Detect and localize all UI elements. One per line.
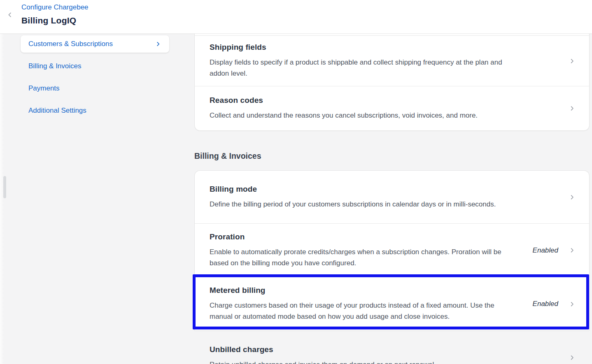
- setting-description: Define the billing period of your custom…: [210, 199, 513, 210]
- billing-invoices-card: Billing mode Define the billing period o…: [194, 170, 590, 330]
- sidebar-item-billing-invoices[interactable]: Billing & Invoices: [21, 58, 169, 75]
- setting-description: Charge customers based on their usage of…: [210, 300, 513, 322]
- setting-title: Proration: [210, 232, 513, 241]
- sidebar-item-label: Payments: [28, 84, 60, 93]
- chevron-right-icon: [569, 301, 575, 307]
- settings-sidebar: Customers & Subscriptions Billing & Invo…: [21, 35, 169, 124]
- page-title: Billing LogIQ: [21, 16, 76, 26]
- sidebar-item-payments[interactable]: Payments: [21, 80, 169, 97]
- sidebar-item-additional-settings[interactable]: Additional Settings: [21, 102, 169, 119]
- setting-row-reason-codes[interactable]: Reason codes Collect and understand the …: [195, 86, 589, 130]
- sidebar-item-label: Additional Settings: [28, 107, 86, 115]
- left-edge-strip: [0, 34, 4, 364]
- scrollbar-thumb[interactable]: [3, 176, 6, 198]
- setting-description: Collect and understand the reasons you c…: [210, 110, 513, 121]
- setting-title: Reason codes: [210, 96, 513, 105]
- setting-description: Retain unbilled charges and invoice them…: [210, 359, 513, 364]
- setting-row-proration[interactable]: Proration Enable to automatically prorat…: [195, 223, 589, 277]
- chevron-left-icon: [7, 12, 13, 18]
- sidebar-item-label: Customers & Subscriptions: [28, 40, 113, 48]
- setting-title: Metered billing: [210, 286, 513, 295]
- chevron-right-icon: [569, 105, 575, 111]
- back-button[interactable]: [4, 9, 16, 21]
- sidebar-item-customers-subscriptions[interactable]: Customers & Subscriptions: [21, 35, 169, 53]
- page-header: Configure Chargebee Billing LogIQ: [0, 0, 592, 34]
- setting-title: Unbilled charges: [210, 345, 513, 354]
- chevron-right-icon: [569, 247, 575, 253]
- chevron-right-icon: [569, 58, 575, 64]
- setting-description: Enable to automatically prorate credits/…: [210, 246, 513, 269]
- setting-row-billing-mode[interactable]: Billing mode Define the billing period o…: [195, 171, 589, 223]
- chevron-right-icon: [569, 355, 575, 361]
- chevron-right-icon: [155, 41, 161, 47]
- setting-row-metered-billing[interactable]: Metered billing Charge customers based o…: [195, 277, 589, 331]
- setting-title: Billing mode: [210, 185, 513, 194]
- sidebar-item-label: Billing & Invoices: [28, 62, 82, 70]
- customers-subscriptions-card: Shipping fields Display fields to specif…: [194, 34, 590, 131]
- status-badge: Enabled: [524, 246, 558, 255]
- settings-main: Shipping fields Display fields to specif…: [194, 34, 590, 330]
- setting-row-shipping-fields[interactable]: Shipping fields Display fields to specif…: [195, 36, 589, 86]
- setting-title: Shipping fields: [210, 43, 513, 52]
- setting-description: Display fields to specify if a product i…: [210, 57, 513, 79]
- section-heading-billing-invoices: Billing & Invoices: [194, 151, 590, 161]
- breadcrumb[interactable]: Configure Chargebee: [21, 3, 89, 12]
- setting-row-unbilled-charges[interactable]: Unbilled charges Retain unbilled charges…: [195, 331, 589, 364]
- chevron-right-icon: [569, 194, 575, 200]
- status-badge: Enabled: [524, 300, 558, 308]
